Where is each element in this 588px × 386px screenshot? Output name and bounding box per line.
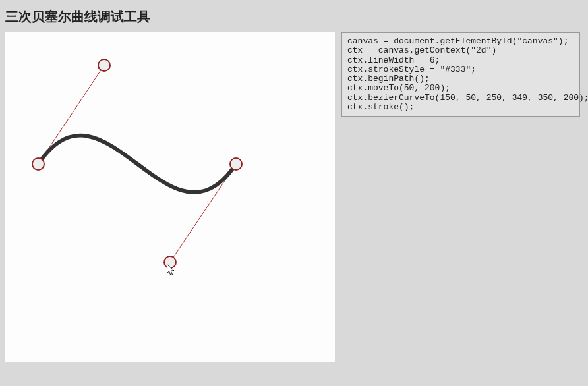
bezier-canvas[interactable]: [5, 32, 335, 362]
handle-control-2[interactable]: [163, 256, 177, 269]
bezier-curve: [38, 136, 236, 192]
handle-end-point[interactable]: [229, 157, 243, 171]
code-output: canvas = document.getElementById("canvas…: [341, 32, 580, 117]
app-header: 三次贝塞尔曲线调试工具: [0, 0, 588, 32]
handle-control-1[interactable]: [98, 59, 111, 72]
app-title: 三次贝塞尔曲线调试工具: [5, 8, 583, 26]
curve-svg: [5, 32, 335, 362]
main-layout: canvas = document.getElementById("canvas…: [0, 32, 588, 362]
code-panel: canvas = document.getElementById("canvas…: [341, 32, 580, 362]
handle-start-point[interactable]: [32, 157, 45, 171]
